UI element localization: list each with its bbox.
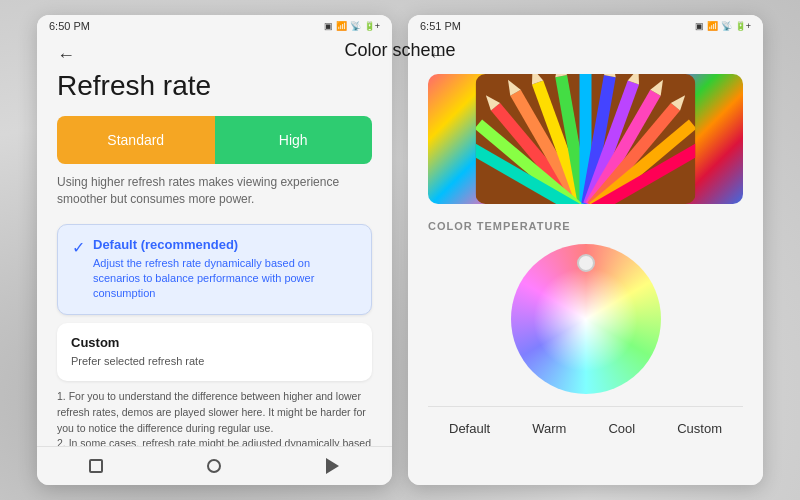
back-icon	[326, 458, 339, 474]
default-option-subtitle: Adjust the refresh rate dynamically base…	[93, 256, 357, 302]
nav-recents-button[interactable]	[85, 455, 107, 477]
bottom-nav-left	[37, 446, 392, 485]
default-option-title: Default (recommended)	[93, 237, 357, 252]
recents-icon	[89, 459, 103, 473]
status-bar-left: 6:50 PM ▣ 📶 📡 🔋+	[37, 15, 392, 37]
color-scheme-content: ← Color scheme	[408, 37, 763, 485]
color-scheme-panel: 6:51 PM ▣ 📶 📡 🔋+ ← Color scheme	[408, 15, 763, 485]
color-scheme-title: Color scheme	[408, 40, 456, 61]
preset-custom[interactable]: Custom	[669, 417, 730, 440]
preset-cool[interactable]: Cool	[600, 417, 643, 440]
refresh-rate-panel: 6:50 PM ▣ 📶 📡 🔋+ ← Refresh rate Standard…	[37, 15, 392, 485]
home-icon	[207, 459, 221, 473]
color-temp-label: COLOR TEMPERATURE	[428, 220, 743, 232]
default-option-card[interactable]: ✓ Default (recommended) Adjust the refre…	[57, 224, 372, 315]
color-scheme-header: ← Color scheme	[428, 45, 743, 66]
preset-warm[interactable]: Warm	[524, 417, 574, 440]
nav-home-button[interactable]	[203, 455, 225, 477]
standard-option[interactable]: Standard	[57, 116, 215, 164]
status-icons-left: ▣ 📶 📡 🔋+	[324, 21, 380, 31]
temp-presets: Default Warm Cool Custom	[428, 406, 743, 444]
custom-option-title: Custom	[71, 335, 358, 350]
wheel-handle[interactable]	[577, 254, 595, 272]
pencils-illustration	[428, 74, 743, 204]
default-option-text: Default (recommended) Adjust the refresh…	[93, 237, 357, 302]
back-button-left[interactable]: ←	[57, 45, 372, 66]
rate-toggle[interactable]: Standard High	[57, 116, 372, 164]
status-icons-right: ▣ 📶 📡 🔋+	[695, 21, 751, 31]
preset-default[interactable]: Default	[441, 417, 498, 440]
refresh-rate-notes: 1. For you to understand the difference …	[57, 389, 372, 446]
color-wheel-wrapper	[511, 244, 661, 394]
page-title-refresh: Refresh rate	[57, 70, 372, 102]
pencil-image	[428, 74, 743, 204]
check-icon: ✓	[72, 238, 85, 257]
nav-back-button[interactable]	[322, 455, 344, 477]
custom-option-card[interactable]: Custom Prefer selected refresh rate	[57, 323, 372, 381]
time-right: 6:51 PM	[420, 20, 461, 32]
refresh-rate-content: ← Refresh rate Standard High Using highe…	[37, 37, 392, 446]
rate-description: Using higher refresh rates makes viewing…	[57, 174, 372, 208]
custom-option-subtitle: Prefer selected refresh rate	[71, 354, 358, 369]
time-left: 6:50 PM	[49, 20, 90, 32]
status-bar-right: 6:51 PM ▣ 📶 📡 🔋+	[408, 15, 763, 37]
color-wheel-container[interactable]	[428, 244, 743, 394]
default-option-header: ✓ Default (recommended) Adjust the refre…	[72, 237, 357, 302]
high-option[interactable]: High	[215, 116, 373, 164]
